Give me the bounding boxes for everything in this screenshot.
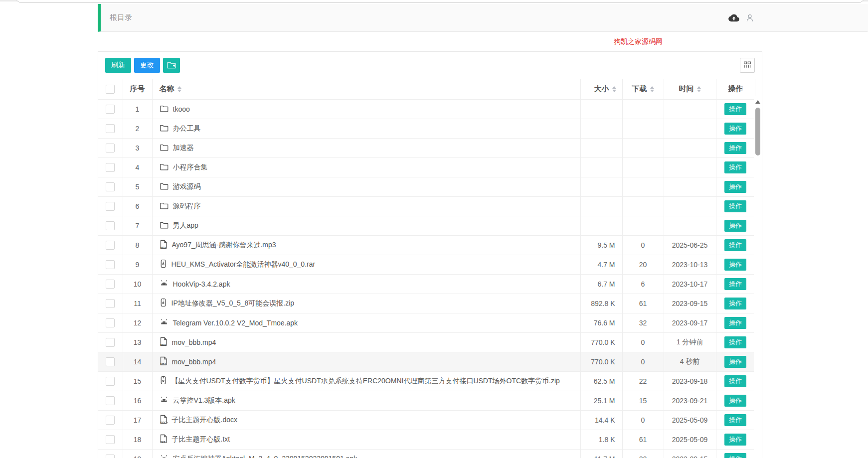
file-manager-card: 刷新 更改 序号 [98,51,762,458]
file-name[interactable]: HEU_KMS_Activator全能激活神器v40_0_0.rar [172,260,316,269]
refresh-button[interactable]: 刷新 [105,58,131,73]
row-checkbox[interactable] [106,299,115,308]
row-checkbox[interactable] [106,396,115,405]
file-size [580,216,622,235]
column-header-downloads[interactable]: 下载 [622,79,664,99]
file-name[interactable]: mov_bbb.mp4 [172,358,216,366]
row-action-button[interactable]: 操作 [724,123,746,135]
row-action-button[interactable]: 操作 [724,317,746,329]
apk-file-icon [160,396,169,406]
user-icon[interactable] [745,13,754,22]
sort-icon[interactable] [177,86,181,92]
sort-icon[interactable] [612,86,616,92]
download-count: 20 [622,255,664,274]
column-settings-button[interactable] [740,58,755,73]
row-action-button[interactable]: 操作 [724,375,746,387]
row-checkbox[interactable] [106,416,115,425]
browser-address-bar-edge[interactable] [15,0,865,3]
row-checkbox[interactable] [106,124,115,133]
scroll-up-arrow-icon[interactable] [754,98,762,106]
row-checkbox[interactable] [106,280,115,289]
table-row: 16云掌控V1.3版本.apk25.1 M152023-09-21操作 [98,391,755,410]
zip-file-icon [160,259,167,270]
row-action-button[interactable]: 操作 [724,142,746,154]
column-header-size[interactable]: 大小 [580,79,622,99]
folder-icon [160,182,169,192]
sort-icon[interactable] [697,86,701,92]
svg-text:MP3: MP3 [160,246,166,249]
row-checkbox[interactable] [106,202,115,211]
row-action-button[interactable]: 操作 [724,298,746,309]
row-action-button[interactable]: 操作 [724,220,746,232]
table-header-row: 序号 名称 大小 下载 时间 [98,79,755,99]
table-row: 4小程序合集操作 [98,157,755,177]
row-action-button[interactable]: 操作 [724,434,746,446]
row-checkbox[interactable] [106,260,115,269]
file-name[interactable]: 子比主题开心版.txt [172,435,230,444]
cloud-upload-icon[interactable] [728,13,739,22]
row-checkbox[interactable] [106,455,115,458]
file-name[interactable]: 云掌控V1.3版本.apk [173,396,235,405]
file-name[interactable]: Ayo97_周思涵-感谢你曾来过.mp3 [172,241,276,250]
row-action-button[interactable]: 操作 [724,103,746,115]
file-name[interactable]: 源码程序 [173,202,201,211]
file-name[interactable]: 安卓反汇编神器Apktool_M_2_4_0_2309152023091501.… [173,455,357,458]
file-name[interactable]: tkooo [173,105,190,113]
row-action-button[interactable]: 操作 [724,414,746,426]
table-scrollbar[interactable] [754,96,762,458]
row-checkbox[interactable] [106,163,115,172]
column-header-time[interactable]: 时间 [664,79,716,99]
download-count: 6 [622,274,664,294]
row-checkbox[interactable] [106,221,115,230]
file-name[interactable]: mov_bbb.mp4 [172,338,216,346]
file-time: 2023-09-15 [664,449,716,458]
file-size: 1.8 K [580,430,622,449]
row-action-button[interactable]: 操作 [724,200,746,212]
folder-icon [160,162,169,172]
row-index: 12 [123,313,152,332]
row-checkbox[interactable] [106,377,115,386]
row-index: 17 [123,410,152,430]
file-name[interactable]: 游戏源码 [173,182,201,191]
row-checkbox[interactable] [106,144,115,153]
file-name[interactable]: IP地址修改器_V5_0_5_8可能会误报.zip [172,299,295,308]
file-name[interactable]: 子比主题开心版.docx [172,416,237,425]
row-checkbox[interactable] [106,182,115,191]
row-action-button[interactable]: 操作 [724,181,746,193]
file-name[interactable]: 加速器 [173,144,194,153]
row-checkbox[interactable] [106,105,115,114]
file-name[interactable]: 男人app [173,221,198,230]
row-checkbox[interactable] [106,241,115,250]
file-size [580,99,622,119]
row-action-button[interactable]: 操作 [724,395,746,407]
sort-icon[interactable] [650,86,654,92]
row-action-button[interactable]: 操作 [724,278,746,290]
row-checkbox[interactable] [106,435,115,444]
file-time: 2025-05-09 [664,430,716,449]
change-button[interactable]: 更改 [134,58,160,73]
row-checkbox[interactable] [106,357,115,366]
row-action-button[interactable]: 操作 [724,259,746,271]
site-watermark-link[interactable]: 狗凯之家源码网 [614,37,663,46]
new-folder-button[interactable] [163,58,180,73]
row-checkbox[interactable] [106,338,115,347]
scrollbar-thumb[interactable] [755,108,760,155]
select-all-checkbox[interactable] [106,85,115,94]
row-checkbox[interactable] [106,318,115,327]
file-name[interactable]: HookVip-3.4.2.apk [173,280,230,288]
row-action-button[interactable]: 操作 [724,239,746,251]
row-action-button[interactable]: 操作 [724,336,746,348]
file-name[interactable]: 小程序合集 [173,163,208,172]
row-action-button[interactable]: 操作 [724,453,746,458]
file-time: 2025-06-25 [664,235,716,255]
download-count: 15 [622,391,664,410]
column-header-name[interactable]: 名称 [152,79,580,99]
row-action-button[interactable]: 操作 [724,356,746,368]
file-name[interactable]: Telegram Ver.10.0.2 V2_Mod_Tmoe.apk [173,319,298,327]
file-name[interactable]: 【星火支付USDT支付数字货币】星火支付USDT承兑系统支持ERC20OMNI代… [172,377,560,386]
file-time: 2023-09-21 [664,391,716,410]
file-size: 6.7 M [580,274,622,294]
file-time [664,119,716,138]
row-action-button[interactable]: 操作 [724,161,746,173]
file-name[interactable]: 办公工具 [173,124,201,133]
